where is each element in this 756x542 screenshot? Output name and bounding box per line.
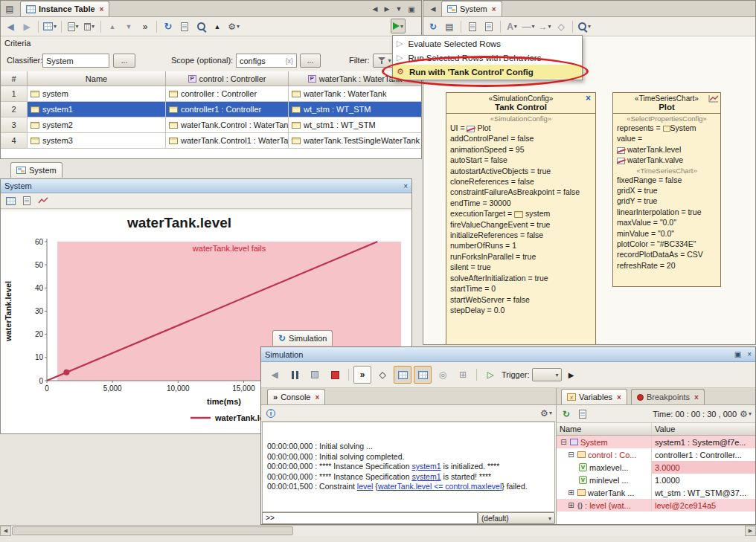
variable-row-control[interactable]: ⊟control : Co... controller1 : Controlle…	[557, 448, 755, 461]
step-button[interactable]: ◇	[374, 366, 391, 384]
menu-item-run-tank-control-config[interactable]: ⚙ Run with 'Tank Control' Config	[393, 65, 582, 79]
zoom-button[interactable]: ▾	[577, 19, 592, 34]
add-row-button[interactable]: ▾	[65, 19, 80, 34]
scope-browse-button[interactable]: ...	[300, 54, 321, 68]
scope-field[interactable]: configs{x}	[236, 54, 297, 68]
chart-panel-toggle-button[interactable]	[414, 366, 432, 384]
variables-refresh-button[interactable]: ↻	[559, 407, 574, 422]
col-header-num[interactable]: #	[1, 71, 28, 86]
sort-button[interactable]: ▲	[210, 19, 225, 34]
close-tab-icon[interactable]: ×	[617, 393, 621, 401]
collapse-icon[interactable]: ⊟	[567, 451, 575, 459]
tab-scroll-left-icon[interactable]: ◀	[426, 1, 441, 16]
chart-series-button[interactable]	[36, 194, 51, 207]
classifier-browse-button[interactable]: ...	[113, 54, 135, 68]
delete-row-button[interactable]: ▾	[82, 19, 97, 34]
variable-row-level-constraint[interactable]: ⊞: level {wat... level@2ce914a5	[557, 499, 755, 512]
toolbar-overflow-button[interactable]: »	[138, 19, 153, 34]
classifier-field[interactable]: System	[42, 54, 109, 68]
chart-grid-button[interactable]	[3, 194, 18, 207]
maximize-pane-icon[interactable]: ▣	[404, 1, 419, 16]
back-button[interactable]: ◀	[3, 19, 18, 34]
close-tab-icon[interactable]: ×	[315, 393, 319, 401]
show-table-button[interactable]: ▾	[42, 19, 57, 34]
close-icon[interactable]: ×	[747, 350, 752, 358]
console-context-select[interactable]: (default)▾	[478, 512, 555, 524]
terminate-button[interactable]	[326, 366, 344, 384]
shape-tool-button[interactable]: ◇	[554, 19, 568, 34]
table-row[interactable]: 4 system3 waterTank.Control1 : WaterTank…	[1, 133, 422, 149]
constraint-link[interactable]: level	[357, 482, 374, 491]
diagram-canvas[interactable]: «SimulationConfig» Tank Control «Simulat…	[423, 36, 755, 344]
collapse-icon[interactable]: ⊟	[560, 438, 568, 446]
scroll-left-icon[interactable]: ◀	[0, 526, 11, 536]
console-log[interactable]: 00:00:00,000 : Initial solving ... 00:00…	[262, 422, 555, 512]
diagram-refresh-button[interactable]: ↻	[426, 19, 441, 34]
close-icon[interactable]: ×	[403, 182, 408, 190]
value-column-header[interactable]: Value	[652, 423, 755, 435]
tab-list-icon[interactable]: ▤	[2, 1, 17, 16]
smart-manipulator-icon[interactable]: ×	[586, 93, 591, 103]
instance-link[interactable]: system1	[411, 472, 441, 481]
rewind-button[interactable]: ◀	[266, 366, 284, 384]
trigger-select[interactable]: ▾	[532, 368, 562, 381]
restore-icon[interactable]: ▣	[734, 350, 741, 358]
paste-button[interactable]	[481, 19, 496, 34]
console-options-button[interactable]: ⚙▾	[539, 406, 554, 421]
variables-export-button[interactable]	[575, 407, 590, 422]
line-style-button[interactable]: —▾	[521, 19, 536, 34]
copy-button[interactable]	[465, 19, 480, 34]
expand-icon[interactable]: ⊞	[567, 488, 575, 497]
tab-simulation[interactable]: ↻ Simulation	[272, 330, 333, 346]
close-tab-icon[interactable]: ×	[492, 5, 496, 13]
tab-console[interactable]: » Console ×	[267, 389, 325, 404]
variables-options-button[interactable]: ⚙▾	[738, 407, 753, 422]
col-header-name[interactable]: Name	[28, 71, 166, 86]
expand-icon[interactable]: ⊞	[567, 501, 575, 509]
timeseries-chart-box[interactable]: «TimeSeriesChart» Plot «SelectProperties…	[612, 92, 721, 287]
next-trigger-button[interactable]: ▶	[564, 367, 579, 382]
font-color-button[interactable]: A▾	[504, 19, 519, 34]
table-row-selected[interactable]: 2 system1 controller1 : Controller wt_st…	[1, 102, 422, 117]
search-button[interactable]	[193, 19, 208, 34]
scroll-right-icon[interactable]: ▶	[745, 526, 756, 536]
pause-button[interactable]	[286, 366, 304, 384]
simulation-config-box[interactable]: «SimulationConfig» Tank Control «Simulat…	[446, 92, 596, 345]
scrollbar-thumb[interactable]	[12, 526, 293, 535]
variable-row-minlevel[interactable]: minlevel ... 1.0000	[557, 474, 755, 486]
col-header-control[interactable]: control : Controller	[166, 71, 289, 86]
containment-tree-button[interactable]: ▤	[442, 19, 457, 34]
arrow-tool-button[interactable]: →▾	[537, 19, 552, 34]
menu-item-evaluate[interactable]: ▷ Evaluate Selected Rows	[393, 36, 582, 51]
tab-instance-table[interactable]: Instance Table ×	[20, 1, 109, 16]
web-server-button[interactable]: ◎	[434, 366, 452, 384]
console-toggle-button[interactable]: »	[353, 366, 371, 384]
console-prompt-input[interactable]: >>	[262, 512, 478, 524]
console-info-button[interactable]	[263, 406, 278, 421]
stop-button[interactable]	[306, 366, 324, 384]
tab-breakpoints[interactable]: Breakpoints ×	[631, 389, 705, 404]
close-tab-icon[interactable]: ×	[100, 5, 104, 13]
variable-row-watertank[interactable]: ⊞waterTank ... wt_stm : WT_STM@37...	[557, 486, 755, 499]
options-button[interactable]: ⚙▾	[226, 19, 241, 34]
instance-link[interactable]: system1	[411, 462, 441, 471]
tab-system-chart[interactable]: System	[10, 162, 63, 178]
refresh-button[interactable]: ↻	[161, 19, 176, 34]
table-row[interactable]: 1 system controller : Controller waterTa…	[1, 86, 422, 102]
variable-row-maxlevel[interactable]: maxlevel... 3.0000	[557, 461, 755, 474]
close-tab-icon[interactable]: ×	[694, 393, 699, 401]
table-row[interactable]: 3 system2 waterTank.Control : WaterTank.…	[1, 117, 422, 133]
constraint-expression-link[interactable]: waterTank.level <= control.maxlevel	[378, 482, 502, 491]
name-column-header[interactable]: Name	[557, 423, 652, 435]
move-down-button[interactable]: ▼	[121, 19, 136, 34]
forward-button[interactable]: ▶	[19, 19, 34, 34]
ui-panel-toggle-button[interactable]	[394, 366, 411, 384]
horizontal-scrollbar[interactable]: ◀ ▶	[0, 525, 756, 536]
variable-row-system[interactable]: ⊟System system1 : System@f7e...	[557, 436, 755, 448]
tab-system-diagram[interactable]: System ×	[441, 1, 502, 16]
report-button[interactable]	[177, 19, 192, 34]
chart-export-button[interactable]	[19, 194, 34, 207]
run-button[interactable]: ▾	[391, 19, 406, 33]
move-up-button[interactable]: ▲	[105, 19, 120, 34]
menu-item-run-behaviors[interactable]: ▷ Run Selected Rows with Behaviors	[393, 51, 582, 65]
